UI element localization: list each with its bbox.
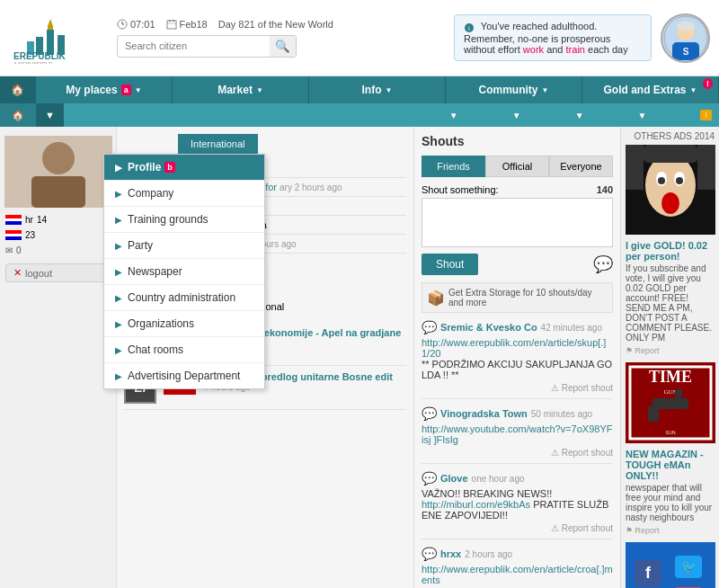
shout-btn-row: Shout 💬: [422, 254, 613, 275]
nav-info[interactable]: Info ▼: [309, 76, 446, 103]
shout-author-link-2[interactable]: Glove: [440, 473, 468, 484]
player-level: 14: [37, 215, 47, 225]
report-link-1[interactable]: ⚠ Report shout: [422, 448, 613, 458]
ad-item-2: f 🐦 ▶ G: [626, 542, 715, 588]
profile-thumbnail[interactable]: [4, 136, 112, 208]
dropdown-label-country: Country administration: [128, 291, 235, 304]
shout-link-0[interactable]: http://www.erepublik.com/en/article/skup…: [422, 337, 606, 359]
shout-textarea[interactable]: [422, 198, 613, 247]
submenu-arrow-3: ▼: [575, 111, 584, 120]
nav-market[interactable]: Market ▼: [173, 76, 309, 103]
dropdown-label-company: Company: [128, 187, 173, 200]
day-display: Day 821 of the New World: [218, 19, 333, 30]
tab-international[interactable]: International: [178, 134, 258, 154]
report-label-2: Report shout: [562, 523, 613, 533]
shout-author-3: 💬 hrxx 2 hours ago: [422, 547, 613, 561]
dropdown-item-newspaper[interactable]: ▶ Newspaper: [104, 259, 264, 285]
player-username: hr: [25, 215, 33, 225]
svg-text:i: i: [468, 24, 470, 32]
events-tabs: International: [124, 134, 406, 154]
dropdown-item-profile[interactable]: ▶ Profile b: [104, 155, 264, 181]
submenu-icon-home[interactable]: 🏠: [0, 103, 36, 127]
logout-button[interactable]: ✕ logout: [5, 263, 111, 282]
shout-author-link-1[interactable]: Vinogradska Town: [440, 408, 528, 419]
svg-rect-4: [48, 26, 53, 30]
dropdown-item-organizations[interactable]: ▶ Organizations: [104, 311, 264, 337]
sidebar-icon-row: ✉ 0: [0, 243, 116, 258]
shout-author-0: 💬 Sremic & Kvesko Co 42 minutes ago: [422, 320, 613, 334]
dropdown-item-training[interactable]: ▶ Training grounds: [104, 207, 264, 233]
shout-link-2[interactable]: http://miburl.com/e9kbAs: [422, 499, 530, 510]
nav-home[interactable]: 🏠: [0, 76, 36, 103]
search-button[interactable]: 🔍: [270, 36, 296, 57]
storage-promo[interactable]: 📦 Get Extra Storage for 10 shouts/day an…: [422, 282, 613, 313]
shout-compose-header: Shout something: 140: [422, 184, 613, 195]
shout-author-link-3[interactable]: hrxx: [440, 548, 461, 559]
shout-tab-friends[interactable]: Friends: [422, 156, 485, 177]
nav-my-places[interactable]: My places a ▼: [36, 76, 173, 103]
submenu-tab-label: ▼: [45, 110, 55, 120]
shout-time-0: 42 minutes ago: [541, 323, 602, 333]
ad-image-0[interactable]: [626, 145, 715, 235]
gold-badge: !: [703, 78, 713, 89]
avatar[interactable]: S: [661, 13, 710, 63]
dropdown-item-country-admin[interactable]: ▶ Country administration: [104, 285, 264, 311]
notification-link-work[interactable]: work: [523, 44, 544, 55]
time-value: 07:01: [130, 19, 155, 30]
svg-rect-41: [648, 405, 659, 422]
sidebar-stat-0: 0: [16, 245, 22, 255]
svg-point-29: [658, 177, 665, 184]
shout-tab-everyone-label: Everyone: [560, 161, 601, 172]
svg-rect-33: [626, 145, 644, 190]
search-input[interactable]: [118, 37, 270, 55]
report-link-0[interactable]: ⚠ Report shout: [422, 383, 613, 393]
shout-link-3[interactable]: http://www.erepublik.com/en/article/croa…: [422, 564, 613, 585]
shout-entry-1: 💬 Vinogradska Town 50 minutes ago http:/…: [422, 406, 613, 464]
shout-link-1[interactable]: http://www.youtube.com/watch?v=7oX98YFis…: [422, 423, 612, 445]
shout-tab-official[interactable]: Official: [485, 156, 549, 177]
report-link-2[interactable]: ⚠ Report shout: [422, 523, 613, 533]
ad-title-1: NEW MAGAZIN - TOUGH eMAn ONLY!!: [626, 449, 715, 481]
dropdown-item-advertising[interactable]: ▶ Advertising Department: [104, 363, 264, 388]
chevron-down-icon-gold: ▼: [690, 86, 697, 94]
header-top-row: 07:01 Feb18 Day 821 of the New World: [117, 19, 445, 30]
ad-report-1[interactable]: ⚑ Report: [626, 526, 715, 535]
shout-entry-3: 💬 hrxx 2 hours ago http://www.erepublik.…: [422, 547, 613, 588]
storage-promo-text: Get Extra Storage for 10 shouts/day and …: [448, 288, 608, 307]
shout-tabs: Friends Official Everyone: [422, 156, 613, 177]
nav-label-community: Community: [479, 84, 538, 96]
submenu-bar: 🏠 ▼ ▼ ▼ ▼ ▼ ! ▶ Profile b ▶ Company ▶ Tr…: [0, 103, 719, 127]
svg-rect-11: [167, 21, 176, 29]
svg-rect-34: [697, 145, 715, 190]
arrow-icon-company: ▶: [115, 189, 122, 199]
svg-rect-13: [169, 20, 171, 22]
svg-point-30: [676, 177, 683, 184]
dropdown-item-party[interactable]: ▶ Party: [104, 233, 264, 259]
submenu-tab-active[interactable]: ▼: [36, 103, 64, 127]
dropdown-label-chat: Chat rooms: [128, 343, 183, 356]
chat-icon-3: 💬: [422, 547, 437, 561]
shout-button[interactable]: Shout: [422, 254, 478, 275]
ad-report-0[interactable]: ⚑ Report: [626, 346, 715, 355]
croatia-flag-2: [5, 230, 22, 240]
dropdown-item-chatrooms[interactable]: ▶ Chat rooms: [104, 337, 264, 363]
nav-community[interactable]: Community ▼: [446, 76, 582, 103]
shout-tab-friends-label: Friends: [437, 161, 470, 172]
shout-author-1: 💬 Vinogradska Town 50 minutes ago: [422, 406, 613, 421]
svg-marker-5: [48, 19, 53, 26]
svg-rect-14: [173, 20, 174, 22]
search-bar[interactable]: 🔍: [117, 35, 297, 58]
nav-gold-extras[interactable]: Gold and Extras ▼ !: [582, 76, 719, 103]
dropdown-item-company[interactable]: ▶ Company: [104, 181, 264, 207]
shout-author-link-0[interactable]: Sremic & Kvesko Co: [440, 322, 537, 333]
logout-label: logout: [25, 268, 52, 279]
shout-tab-everyone[interactable]: Everyone: [549, 156, 613, 177]
ad-image-2[interactable]: f 🐦 ▶ G: [626, 542, 715, 588]
notification-link-train[interactable]: train: [566, 44, 585, 55]
x-icon: ✕: [13, 267, 22, 279]
ad-image-1[interactable]: TIME GUN GUN: [626, 362, 715, 443]
submenu-arrow-2: ▼: [512, 111, 521, 120]
header-info: 07:01 Feb18 Day 821 of the New World 🔍: [117, 19, 445, 58]
date-display: Feb18: [166, 19, 208, 30]
dropdown-label-party: Party: [128, 239, 153, 252]
